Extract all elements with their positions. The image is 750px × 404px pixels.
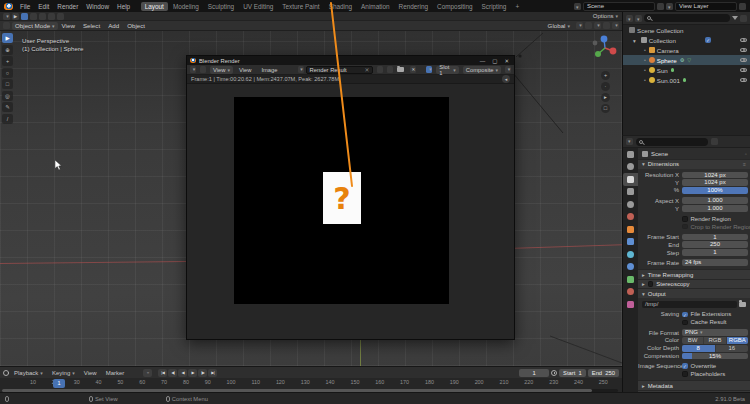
proportional-edit-icon[interactable] xyxy=(603,22,610,29)
color-rgb-option[interactable]: RGB xyxy=(704,337,726,344)
panel-output[interactable]: Output xyxy=(638,288,750,298)
tab-output[interactable] xyxy=(623,173,638,186)
eye-icon[interactable] xyxy=(740,38,747,43)
resolution-percentage-slider[interactable]: 100% xyxy=(682,187,748,194)
color-bw-option[interactable]: BW xyxy=(682,337,704,344)
display-channels-icon[interactable] xyxy=(426,66,432,73)
tab-physics[interactable] xyxy=(623,261,638,274)
select-subtract-icon[interactable] xyxy=(39,13,46,20)
tab-tool[interactable] xyxy=(623,148,638,161)
editor-type-icon[interactable] xyxy=(3,13,10,20)
new-view-layer-icon[interactable] xyxy=(739,3,746,10)
light-data-icon[interactable] xyxy=(671,68,675,72)
preview-range-icon[interactable] xyxy=(551,370,557,376)
outliner-row-sphere[interactable]: • Sphere ⚙ ▽ xyxy=(623,55,750,65)
color-depth-segmented[interactable]: 8 16 xyxy=(682,345,748,352)
timeline-editor-type-icon[interactable] xyxy=(3,370,9,376)
pivot-point-icon[interactable] xyxy=(576,22,583,29)
outliner-row-camera[interactable]: • Camera xyxy=(623,45,750,55)
tab-particles[interactable] xyxy=(623,248,638,261)
tab-view-layer[interactable] xyxy=(623,186,638,199)
marker-menu[interactable]: Marker xyxy=(102,370,129,376)
menu-select[interactable]: Select xyxy=(79,22,104,29)
tab-scripting[interactable]: Scripting xyxy=(478,2,511,11)
scroll-back-icon[interactable]: ◂ xyxy=(502,75,510,83)
cursor-tool[interactable]: ⊕ xyxy=(2,45,13,55)
options-button[interactable]: Options xyxy=(589,13,622,19)
pin-icon[interactable]: ◦ xyxy=(745,151,747,157)
image-datablock-field[interactable]: Render Result✕ xyxy=(306,66,374,74)
playback-menu[interactable]: Playback xyxy=(10,370,47,376)
depth-16-option[interactable]: 16 xyxy=(716,345,749,352)
view-layer-icon[interactable] xyxy=(505,66,511,73)
outliner-new-collection-icon[interactable] xyxy=(740,15,747,22)
color-rgba-option[interactable]: RGBA xyxy=(727,337,748,344)
view-layer-browse-icon[interactable] xyxy=(666,3,673,10)
outliner-filter-collection-icon[interactable] xyxy=(635,15,642,22)
transform-tool[interactable]: ◎ xyxy=(2,91,13,101)
light-data-icon[interactable] xyxy=(683,78,687,82)
output-path-field[interactable]: /tmp/ xyxy=(642,301,737,308)
image-editor-type-icon[interactable] xyxy=(190,66,196,73)
menu-object[interactable]: Object xyxy=(123,22,149,29)
aspect-y-field[interactable]: 1.000 xyxy=(682,205,748,212)
image-browse-icon[interactable] xyxy=(298,66,304,73)
folder-icon[interactable] xyxy=(397,67,404,72)
compression-slider[interactable]: 15% xyxy=(682,353,748,360)
render-pass-dropdown[interactable]: Composite xyxy=(463,66,501,74)
frame-end-field[interactable]: 250 xyxy=(682,241,748,248)
image-view-menu[interactable]: View xyxy=(235,67,255,73)
expand-icon[interactable] xyxy=(633,37,639,44)
tab-object-data[interactable] xyxy=(623,273,638,286)
minimize-icon[interactable]: — xyxy=(480,58,486,64)
collection-checkbox[interactable]: ✓ xyxy=(705,37,711,43)
falloff-icon[interactable] xyxy=(612,22,619,29)
menu-render[interactable]: Render xyxy=(53,3,82,10)
rotate-tool[interactable]: ○ xyxy=(2,68,13,78)
panel-metadata[interactable]: Metadata xyxy=(638,380,750,390)
keying-menu[interactable]: Keying xyxy=(48,370,79,376)
tab-compositing[interactable]: Compositing xyxy=(433,2,477,11)
folder-icon[interactable] xyxy=(739,302,746,307)
tab-scene[interactable] xyxy=(623,198,638,211)
properties-search-input[interactable] xyxy=(636,138,708,146)
timeline-ruler[interactable]: 1020304050607080901001101201301401501601… xyxy=(30,379,608,387)
select-box-option-icon[interactable] xyxy=(21,13,28,20)
render-window-titlebar[interactable]: Blender Render — ▢ ✕ xyxy=(187,56,514,65)
new-image-icon[interactable] xyxy=(377,66,383,73)
properties-editor-type-icon[interactable] xyxy=(626,138,633,145)
scene-browse-icon[interactable] xyxy=(574,3,581,10)
next-keyframe-button[interactable]: |▶ xyxy=(198,369,207,377)
select-intersect-icon[interactable] xyxy=(57,13,64,20)
menu-window[interactable]: Window xyxy=(82,3,113,10)
active-tool-icon[interactable]: ▶ xyxy=(12,13,19,20)
eye-icon[interactable] xyxy=(740,78,747,83)
frame-start-field[interactable]: 1 xyxy=(682,234,748,241)
tab-texture[interactable] xyxy=(623,298,638,311)
scale-tool[interactable]: □ xyxy=(2,79,13,89)
pan-hand-icon[interactable]: · xyxy=(601,82,610,91)
auto-keying-button[interactable]: ○ xyxy=(143,369,152,377)
frame-step-field[interactable]: 1 xyxy=(682,249,748,256)
scene-name-field[interactable]: Scene xyxy=(583,2,655,11)
cache-result-checkbox[interactable] xyxy=(682,320,688,326)
end-frame-field[interactable]: End 250 xyxy=(588,369,619,377)
zoom-icon[interactable]: + xyxy=(601,71,610,80)
tab-texture-paint[interactable]: Texture Paint xyxy=(278,2,323,11)
image-menu[interactable]: Image xyxy=(257,67,281,73)
unlink-icon[interactable]: ✕ xyxy=(410,66,416,73)
eye-icon[interactable] xyxy=(740,58,747,63)
blender-logo-icon[interactable] xyxy=(4,3,13,10)
menu-edit[interactable]: Edit xyxy=(34,3,53,10)
mesh-data-icon[interactable]: ▽ xyxy=(687,57,691,63)
panel-time-remapping[interactable]: Time Remapping xyxy=(638,269,750,279)
image-mode-dropdown[interactable]: View xyxy=(210,66,233,74)
file-extensions-checkbox[interactable]: ✓ xyxy=(682,312,688,318)
close-icon[interactable]: ✕ xyxy=(504,58,509,64)
mode-dropdown[interactable]: Object Mode xyxy=(12,22,58,30)
annotate-tool[interactable]: ✎ xyxy=(2,102,13,112)
jump-start-button[interactable]: |◀ xyxy=(158,369,167,377)
resolution-y-field[interactable]: 1024 px xyxy=(682,179,748,186)
render-window[interactable]: Blender Render — ▢ ✕ View View Image Ren… xyxy=(186,55,515,340)
resolution-x-field[interactable]: 1024 px xyxy=(682,172,748,179)
